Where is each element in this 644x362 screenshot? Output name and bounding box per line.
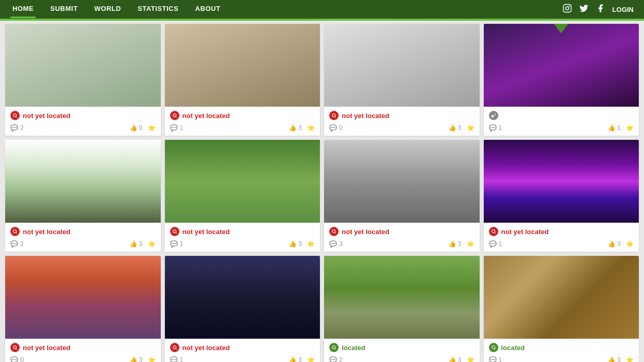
comment-icon: 💬 (10, 356, 18, 362)
comment-count: 💬 1 (170, 356, 184, 362)
card-prev4[interactable]: 💬 1 👍 1 ⭐ (484, 24, 639, 136)
star-icon[interactable]: ⭐ (626, 124, 634, 132)
card-footer-prev2: 💬 1 👍 3 ⭐ (165, 122, 320, 136)
card-footer-r2c3: 💬 2 👍 3 ⭐ (324, 354, 480, 362)
like-icon[interactable]: 👍 (449, 240, 456, 248)
nav-submit[interactable]: SUBMIT (48, 1, 80, 18)
like-icon[interactable]: 👍 (130, 240, 137, 248)
star-icon[interactable]: ⭐ (626, 356, 634, 362)
card-r1c2[interactable]: not yet located 💬 1 👍 3 ⭐ (165, 140, 320, 252)
star-icon[interactable]: ⭐ (307, 124, 315, 132)
svg-line-6 (175, 117, 176, 118)
like-icon[interactable]: 👍 (289, 124, 297, 132)
located-icon (329, 343, 339, 352)
like-icon[interactable]: 👍 (130, 124, 137, 132)
card-r2c3[interactable]: located 💬 2 👍 3 ⭐ (324, 256, 480, 362)
svg-line-12 (175, 233, 176, 234)
like-icon[interactable]: 👍 (289, 240, 297, 248)
card-status-r2c1: not yet located (5, 339, 161, 354)
likes-group: 👍 3 (289, 124, 302, 132)
star-group: ⭐ (467, 124, 474, 132)
card-footer-r2c1: 💬 0 👍 3 ⭐ (5, 354, 161, 362)
comment-count: 💬 3 (329, 240, 343, 248)
like-count: 3 (139, 356, 143, 362)
like-count: 3 (458, 356, 461, 362)
card-actions: 👍 3 ⭐ (608, 356, 634, 362)
card-footer-r1c3: 💬 3 👍 3 ⭐ (324, 238, 480, 252)
svg-line-22 (335, 349, 336, 350)
star-icon[interactable]: ⭐ (467, 240, 474, 248)
card-footer-r1c1: 💬 2 👍 3 ⭐ (5, 238, 161, 252)
login-button[interactable]: LOGIN (612, 6, 634, 13)
star-icon[interactable]: ⭐ (467, 124, 474, 132)
card-image-r2c3 (324, 256, 480, 339)
card-r2c4[interactable]: located 💬 1 👍 3 ⭐ (484, 256, 639, 362)
nav-home[interactable]: HOME (10, 1, 36, 18)
like-icon[interactable]: 👍 (608, 356, 615, 362)
like-icon[interactable]: 👍 (608, 240, 615, 248)
card-r2c1[interactable]: not yet located 💬 0 👍 3 ⭐ (5, 256, 161, 362)
status-label: not yet located (183, 228, 230, 236)
like-icon[interactable]: 👍 (289, 356, 297, 362)
card-r1c3[interactable]: not yet located 💬 3 👍 3 ⭐ (324, 140, 480, 252)
svg-point-17 (13, 346, 17, 349)
card-r2c2[interactable]: not yet located 💬 1 👍 3 ⭐ (165, 256, 320, 362)
twitter-icon[interactable] (579, 4, 589, 15)
comment-number: 1 (180, 124, 184, 132)
star-icon[interactable]: ⭐ (307, 240, 315, 248)
comment-number: 1 (180, 240, 184, 248)
card-r1c4[interactable]: not yet located 💬 1 👍 3 ⭐ (484, 140, 639, 252)
instagram-icon[interactable] (563, 4, 572, 15)
star-icon[interactable]: ⭐ (148, 356, 156, 362)
like-icon[interactable]: 👍 (130, 356, 137, 362)
svg-point-21 (332, 346, 335, 349)
card-status-prev3: not yet located (324, 107, 480, 122)
card-footer-r1c2: 💬 1 👍 3 ⭐ (165, 238, 320, 252)
like-icon[interactable]: 👍 (608, 124, 615, 132)
comment-icon: 💬 (489, 240, 497, 248)
svg-line-14 (335, 233, 336, 234)
svg-line-20 (175, 349, 176, 350)
star-icon[interactable]: ⭐ (307, 356, 315, 362)
card-footer-r1c4: 💬 1 👍 3 ⭐ (484, 238, 639, 252)
comment-number: 3 (339, 240, 343, 248)
like-icon[interactable]: 👍 (449, 124, 456, 132)
star-icon[interactable]: ⭐ (467, 356, 474, 362)
main-nav: HOME SUBMIT WORLD STATISTICS ABOUT LOGIN (0, 0, 644, 19)
star-group: ⭐ (467, 356, 474, 362)
svg-point-23 (492, 346, 495, 349)
comment-icon: 💬 (170, 356, 178, 362)
nav-world[interactable]: WORLD (92, 1, 123, 18)
likes-group: 👍 0 (130, 124, 143, 132)
card-prev2[interactable]: not yet located 💬 1 👍 3 ⭐ (165, 24, 320, 136)
comment-number: 1 (499, 240, 502, 248)
like-icon[interactable]: 👍 (449, 356, 456, 362)
comment-number: 1 (499, 356, 502, 362)
status-label: not yet located (501, 228, 549, 236)
comment-count: 💬 2 (329, 356, 343, 362)
comment-count: 💬 1 (170, 124, 184, 132)
comment-icon: 💬 (489, 356, 497, 362)
star-group: ⭐ (307, 124, 315, 132)
nav-statistics[interactable]: STATISTICS (135, 1, 180, 18)
card-prev1[interactable]: not yet located 💬 2 👍 0 ⭐ (5, 24, 161, 136)
facebook-icon[interactable] (596, 4, 605, 15)
card-footer-prev3: 💬 0 👍 3 ⭐ (324, 122, 480, 136)
star-icon[interactable]: ⭐ (626, 240, 634, 248)
comment-icon: 💬 (10, 240, 18, 248)
svg-line-10 (16, 233, 17, 234)
card-status-r1c4: not yet located (484, 223, 639, 238)
card-actions: 👍 0 ⭐ (130, 124, 156, 132)
star-icon[interactable]: ⭐ (148, 124, 156, 132)
likes-group: 👍 3 (449, 356, 461, 362)
star-icon[interactable]: ⭐ (148, 240, 156, 248)
card-prev3[interactable]: not yet located 💬 0 👍 3 ⭐ (324, 24, 480, 136)
card-r1c1[interactable]: not yet located 💬 2 👍 3 ⭐ (5, 140, 161, 252)
nav-about[interactable]: ABOUT (193, 1, 222, 18)
star-group: ⭐ (307, 240, 315, 248)
grid-row-prev: not yet located 💬 2 👍 0 ⭐ (5, 24, 639, 136)
like-count: 3 (298, 240, 302, 248)
card-actions: 👍 3 ⭐ (289, 124, 315, 132)
card-footer-prev4: 💬 1 👍 1 ⭐ (484, 122, 639, 136)
card-image-r2c1 (5, 256, 161, 339)
